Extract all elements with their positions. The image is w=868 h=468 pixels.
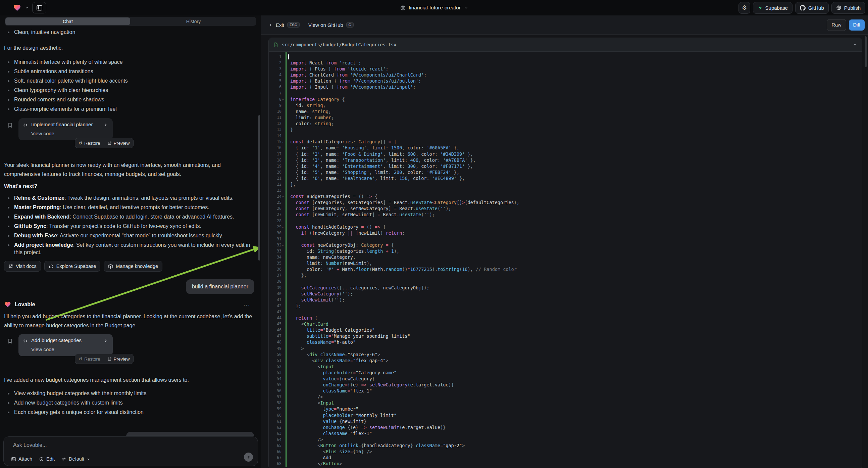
chat-input-toolbar: Attach Edit Default [11,456,90,462]
code-editor-body[interactable]: 12import React from 'react';3import { Pl… [269,52,862,467]
code-line: 9 id: string; [269,103,862,109]
view-on-github-button[interactable]: View on GitHub G [308,22,354,28]
bookmark-icon[interactable] [7,338,13,344]
version-card-row-2: Add budget categories View code ↺ Restor… [4,334,254,363]
arrow-up-icon [246,455,251,460]
code-line: 20 { id: '5', name: 'Shopping', limit: 2… [269,169,862,175]
code-line: 4import ChartCard from '@/components/ui/… [269,72,862,78]
restore-preview-pill: ↺ Restore Preview [75,354,133,364]
code-line: 61 value={newLimit} [269,418,862,425]
view-code-link[interactable]: View code [31,130,54,136]
fold-chevron-icon[interactable]: ⌄ [282,224,284,230]
user-message-bubble: would be cool if you could add budget ca… [126,432,254,436]
code-line: 7 [269,90,862,96]
toggle-sidebar-button[interactable] [32,2,46,13]
file-header[interactable]: src/components/budget/BudgetCategories.t… [269,38,862,52]
lovable-logo-heart-icon[interactable] [13,4,22,12]
restore-button[interactable]: ↺ Restore [75,354,104,363]
code-scrollbar[interactable] [865,36,867,67]
code-line: 13} [269,126,862,133]
chat-input[interactable] [12,441,238,453]
code-line: 43 [269,309,862,315]
raw-toggle-button[interactable]: Raw [827,19,846,31]
code-line: 52 <Input [269,363,862,370]
send-button[interactable] [244,452,253,462]
publish-globe-icon [836,5,841,10]
supabase-button[interactable]: Supabase [753,2,793,14]
list-item: Rounded corners and subtle shadows [4,96,254,104]
code-line: 19 { id: '4', name: 'Entertainment', lim… [269,163,862,169]
preview-button[interactable]: Preview [104,354,133,363]
fold-chevron-icon[interactable]: ⌄ [282,193,284,199]
code-icon [23,339,28,344]
list-item: Expand with Backend: Connect Supabase to… [4,213,254,221]
mode-selector[interactable]: Default [61,456,90,462]
visit-docs-button[interactable]: Visit docs [4,261,41,272]
code-header: Exit ESC View on GitHub G Raw Diff [261,16,868,35]
code-line: 12 color: string; [269,120,862,126]
logo-menu-chevron-icon[interactable] [25,6,29,10]
project-switcher[interactable]: financial-future-creator [400,0,468,16]
gear-icon: ⚙ [742,5,747,11]
image-icon [11,457,16,462]
exit-button[interactable]: Exit ESC [269,22,300,28]
message-menu-button[interactable]: ... [244,300,250,307]
version-card-add-budget-categories[interactable]: Add budget categories View code ↺ Restor… [19,334,113,356]
code-line: 54 value={newCategory} [269,376,862,382]
code-line: 28 [269,218,862,224]
code-line: 3import { Plus } from 'lucide-react'; [269,66,862,72]
github-button[interactable]: GitHub [795,2,829,14]
edit-button[interactable]: Edit [39,456,55,462]
view-code-link[interactable]: View code [31,347,54,352]
list-item: GitHub Sync: Transfer your project's cod… [4,223,254,230]
code-line: 47 subtitle="Manage your spending limits… [269,333,862,339]
code-line: 63 className="flex-1" [269,430,862,436]
fold-chevron-icon[interactable]: ⌄ [282,138,284,144]
collapse-chevron-up-icon[interactable] [852,42,857,47]
fold-chevron-icon[interactable]: ⌄ [282,96,284,102]
explore-supabase-button[interactable]: Explore Supabase [44,261,101,272]
user-message-row: build a financial planner [4,279,254,294]
restore-preview-pill: ↺ Restore Preview [75,138,133,148]
footer-buttons-row: Visit docs Explore Supabase Manage knowl… [4,261,254,272]
version-card-title: Add budget categories [31,338,82,343]
code-line: 6import { Input } from '@/components/ui/… [269,84,862,90]
github-icon [800,5,806,11]
external-link-icon [8,264,13,269]
code-line: 30 if (!newCategory || !newLimit) return… [269,230,862,236]
list-item: Glass-morphic elements for a premium fee… [4,106,254,113]
code-line: 32⌄ const newCategoryObj: Category = { [269,242,862,248]
code-line: 67 Add [269,455,862,461]
code-line: 1 [269,54,862,60]
tab-chat[interactable]: Chat [5,18,130,25]
settings-button[interactable]: ⚙ [739,2,750,14]
code-line: 27 const [newLimit, setNewLimit] = React… [269,211,862,217]
code-line: 35 limit: Number(newLimit), [269,260,862,266]
bookmark-icon[interactable] [7,122,13,128]
fold-chevron-icon[interactable]: ⌄ [282,242,284,248]
preview-button[interactable]: Preview [104,138,133,148]
sliders-icon [61,457,66,462]
design-heading: For the design aesthetic: [4,43,254,52]
publish-button[interactable]: Publish [831,2,865,14]
manage-knowledge-button[interactable]: Manage knowledge [104,261,162,272]
added-bullet-list: View existing budget categories with the… [4,390,254,416]
code-line: 56 className="flex-1" [269,388,862,394]
code-line: 40 setNewCategory(''); [269,291,862,297]
code-line: 17 { id: '2', name: 'Food & Dining', lim… [269,151,862,157]
diff-toggle-button[interactable]: Diff [849,20,865,31]
tab-history[interactable]: History [130,17,256,26]
code-line: 55 onChange={(e) => setNewCategory(e.tar… [269,382,862,388]
list-item: Clean, intuitive navigation [4,29,254,36]
code-line: 68 </Button> [269,461,862,467]
chat-scrollbar[interactable] [258,115,260,261]
user-message-row: would be cool if you could add budget ca… [4,432,254,436]
restore-button[interactable]: ↺ Restore [75,138,104,148]
code-line: 8⌄interface Category { [269,96,862,103]
version-card-implement-financial-planner[interactable]: Implement financial planner View code ↺ … [19,118,113,140]
chat-message-list[interactable]: Clean, intuitive navigation For the desi… [0,26,258,436]
attach-button[interactable]: Attach [11,456,32,462]
code-line: 41 setNewLimit(''); [269,297,862,303]
list-item: Minimalist interface with plenty of whit… [4,58,254,66]
code-line: 51 <div className="flex gap-4"> [269,357,862,363]
